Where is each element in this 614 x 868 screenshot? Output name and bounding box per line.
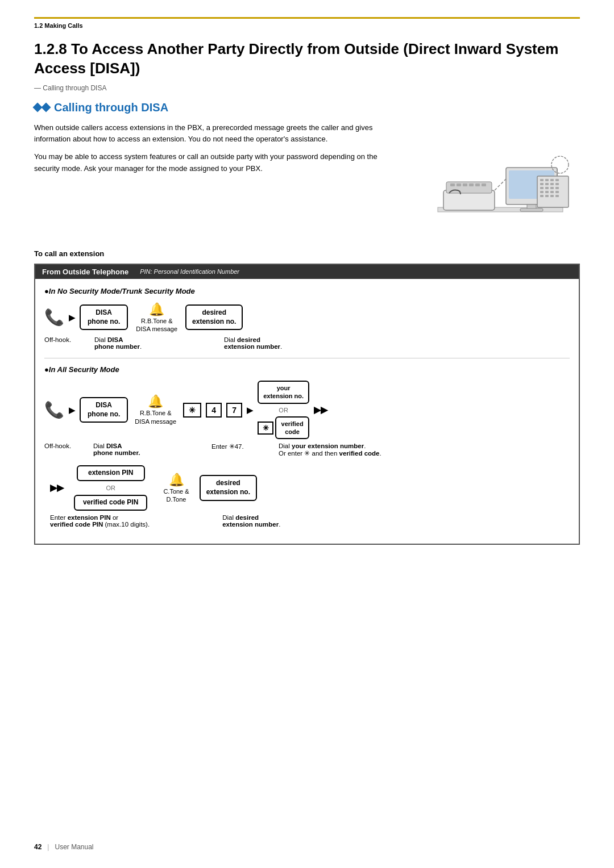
svg-rect-21	[555, 183, 559, 185]
ctone-group: 🔔 C.Tone &D.Tone	[163, 473, 189, 504]
dial-desired-label: Dial desired extension number.	[224, 336, 282, 350]
content-area: When outside callers access extensions i…	[34, 122, 580, 236]
svg-rect-16	[550, 179, 554, 181]
mode1-heading: ●In No Security Mode/Trunk Security Mode	[44, 287, 570, 295]
mode2-flow-row-2: ▶▶ extension PIN OR verified code PIN 🔔 …	[50, 465, 570, 510]
enter-star47-label: Enter ✳47.	[211, 443, 257, 450]
svg-line-34	[495, 179, 506, 190]
body-para-1: When outside callers access extensions i…	[34, 122, 404, 146]
svg-rect-30	[540, 195, 544, 197]
mode1-flow-row: 📞 ▶ DISAphone no. 🔔 R.B.Tone &DISA messa…	[44, 302, 570, 333]
diagram-header-label: From Outside Telephone	[42, 268, 128, 276]
svg-rect-4	[457, 183, 461, 186]
svg-rect-27	[545, 191, 549, 193]
to-call-heading: To call an extension	[34, 249, 580, 258]
bell-tone-2: 🔔 R.B.Tone &DISA message	[135, 394, 176, 425]
svg-rect-6	[469, 183, 474, 186]
body-text: When outside callers access extensions i…	[34, 122, 404, 236]
disa-box-2: DISAphone no.	[80, 397, 128, 423]
svg-rect-24	[550, 187, 554, 189]
ctone-label: C.Tone &D.Tone	[163, 487, 189, 504]
section-label: 1.2 Making Calls	[34, 22, 83, 29]
svg-rect-5	[463, 183, 467, 186]
mode1-label-row: Off-hook. Dial DISA phone number. Dial d…	[44, 336, 570, 350]
star-box: ✳	[183, 403, 201, 418]
desired-box-2: desiredextension no.	[200, 475, 257, 500]
or-label-2: OR	[106, 485, 115, 491]
pbx-illustration	[426, 122, 574, 236]
svg-rect-20	[550, 183, 554, 185]
dial-your-ext-label: Dial your extension number. Or enter ✳ a…	[279, 443, 381, 457]
mode2-label-row-1: Off-hook. Dial DISA phone number. Enter …	[44, 443, 570, 457]
section-heading: Calling through DISA	[34, 101, 580, 114]
svg-rect-17	[555, 179, 559, 181]
body-para-2: You may be able to access system feature…	[34, 151, 404, 175]
your-ext-box: yourextension no.	[258, 381, 309, 404]
svg-rect-31	[545, 195, 549, 197]
svg-rect-29	[555, 191, 559, 193]
top-bar: 1.2 Making Calls	[34, 17, 580, 30]
svg-rect-28	[550, 191, 554, 193]
extension-pin-box: extension PIN	[77, 465, 145, 481]
double-arrow-2: ▶▶	[50, 482, 64, 493]
pin-note: PIN: Personal Identification Number	[140, 268, 239, 275]
svg-rect-23	[545, 187, 549, 189]
footer-separator: |	[47, 843, 49, 851]
phone-icon-2: 📞	[44, 400, 64, 419]
page-number: 42	[34, 843, 42, 851]
diagram-body: ●In No Security Mode/Trunk Security Mode…	[35, 279, 579, 544]
mode2-label-row-2: Enter extension PIN or verified code PIN…	[50, 514, 570, 528]
offhook-label-2: Off-hook.	[44, 443, 73, 449]
dial-disa-label-2: Dial DISA phone number.	[93, 443, 150, 456]
svg-rect-26	[540, 191, 544, 193]
svg-rect-3	[450, 183, 455, 186]
svg-rect-12	[520, 208, 543, 211]
num-box-7: 7	[226, 403, 242, 418]
bell-tone-1: 🔔 R.B.Tone &DISA message	[136, 302, 177, 333]
dial-disa-label: Dial DISA phone number.	[94, 336, 151, 350]
pin-box-group: extension PIN OR verified code PIN	[74, 465, 147, 510]
mode2-heading: ●In All Security Mode	[44, 365, 570, 374]
svg-rect-8	[482, 183, 486, 186]
verified-code-pin-box: verified code PIN	[74, 495, 147, 511]
diamond-icons	[34, 104, 49, 111]
phone-icon-1: 📞	[44, 308, 64, 327]
or-label-1: OR	[279, 407, 288, 414]
mode1-flow: 📞 ▶ DISAphone no. 🔔 R.B.Tone &DISA messa…	[44, 302, 570, 350]
rbtone-label-2: R.B.Tone &DISA message	[135, 409, 176, 425]
disa-box-1: DISAphone no.	[80, 304, 128, 330]
main-title: 1.2.8 To Access Another Party Directly f…	[34, 40, 580, 78]
verified-box: verifiedcode	[275, 416, 309, 440]
mode2-flow-1: 📞 ▶ DISAphone no. 🔔 R.B.Tone &DISA messa…	[44, 381, 570, 457]
desired-box-1: desiredextension no.	[185, 304, 243, 330]
svg-rect-18	[540, 183, 544, 185]
page: 1.2 Making Calls 1.2.8 To Access Another…	[0, 0, 614, 868]
arrow-2: ▶	[69, 406, 75, 415]
svg-rect-33	[555, 195, 559, 197]
svg-rect-15	[545, 179, 549, 181]
num-box-4: 4	[206, 403, 222, 418]
diamond-icon-2	[42, 103, 51, 112]
separator-1	[44, 358, 570, 358]
svg-rect-7	[475, 183, 480, 186]
diagram-header: From Outside Telephone PIN: Personal Ide…	[35, 265, 579, 279]
double-arrow-1: ▶▶	[314, 404, 327, 415]
dial-desired-label-2: Dial desired extension number.	[222, 514, 280, 528]
svg-rect-32	[550, 195, 554, 197]
mode2-flow-2: ▶▶ extension PIN OR verified code PIN 🔔 …	[44, 465, 570, 527]
diagram-container: From Outside Telephone PIN: Personal Ide…	[34, 264, 580, 545]
footer-manual: User Manual	[55, 843, 93, 851]
arrow-3: ▶	[247, 406, 253, 415]
svg-rect-14	[540, 179, 544, 181]
svg-rect-25	[555, 187, 559, 189]
star-box-2: ✳	[258, 422, 273, 435]
page-footer: 42 | User Manual	[34, 843, 580, 851]
enter-ext-pin-label: Enter extension PIN or verified code PIN…	[50, 514, 150, 528]
star-verified-group: ✳ verifiedcode	[258, 416, 309, 440]
svg-rect-19	[545, 183, 549, 185]
svg-rect-22	[540, 187, 544, 189]
breadcrumb: — Calling through DISA	[34, 84, 580, 92]
arrow-1: ▶	[69, 313, 75, 322]
section-heading-text: Calling through DISA	[54, 101, 168, 114]
rbtone-label-1: R.B.Tone &DISA message	[136, 317, 177, 333]
